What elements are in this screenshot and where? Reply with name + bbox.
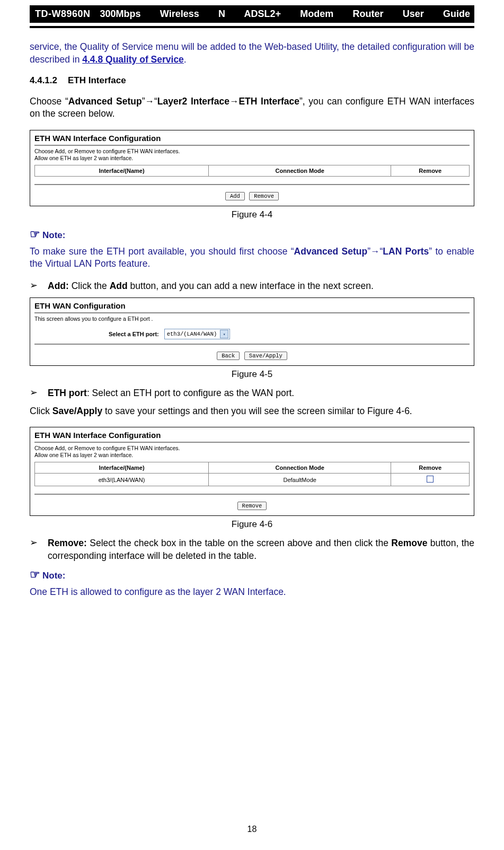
nav-advanced: Advanced Setup [68,96,142,107]
fig44-caption: Figure 4-4 [30,209,474,220]
fig46-table: Interface/(Name) Connection Mode Remove … [34,462,470,486]
bullet-remove-bold: Remove [391,538,427,548]
fig45-button-row: Back Save/Apply [34,350,470,360]
bullet-add: ➢ Add: Click the Add button, and you can… [30,280,474,293]
fig46-title: ETH WAN Interface Configuration [34,431,470,440]
intro-paragraph: service, the Quality of Service menu wil… [30,41,474,66]
save-apply-line: Click Save/Apply to save your settings a… [30,405,474,418]
fig44-rule-bottom [34,184,470,185]
bullet-eth-label: ETH port [48,388,87,398]
page: TD-W8960N 300Mbps Wireless N ADSL2+ Mode… [0,0,504,850]
fig45-help: This screen allows you to configure a ET… [34,316,470,322]
note1-pre: To make sure the ETH port available, you… [30,246,294,257]
note-2-body: One ETH is allowed to configure as the l… [30,586,474,599]
figure-4-6: ETH WAN Interface Configuration Choose A… [30,427,474,516]
fig46-col-mode: Connection Mode [209,462,391,474]
bullet-marker: ➢ [30,280,48,293]
back-button[interactable]: Back [217,352,240,360]
bullet-remove-label: Remove: [48,538,87,548]
save-bold: Save/Apply [52,406,102,416]
fig44-title: ETH WAN Interface Configuration [34,134,470,143]
header-rule [30,26,474,28]
bullet-eth-text: : Select an ETH port to configure as the… [87,388,294,398]
pointing-hand-icon: ☞ [30,568,40,581]
fig46-caption: Figure 4-6 [30,519,474,530]
eth-port-select[interactable]: eth3/(LAN4/WAN) ▾ [164,329,231,339]
note-2-text-label: Note: [42,571,65,581]
fig45-caption: Figure 4-5 [30,369,474,380]
bullet-add-t2: button, and you can add a new interface … [128,281,374,291]
section-title: ETH Interface [68,75,126,85]
bullet-remove: ➢ Remove: Select the check box in the ta… [30,537,474,562]
model-badge: TD-W8960N [30,5,96,23]
eth-port-value: eth3/(LAN4/WAN) [167,331,217,337]
fig46-rule-top [34,442,470,443]
doc-header: TD-W8960N 300Mbps Wireless N ADSL2+ Mode… [30,5,474,23]
doc-title: 300Mbps Wireless N ADSL2+ Modem Router U… [96,5,474,23]
fig44-rule-top [34,145,470,146]
fig44-help1: Choose Add, or Remove to configure ETH W… [34,148,470,155]
remove-button[interactable]: Remove [237,502,267,510]
fig44-col-mode: Connection Mode [209,165,391,176]
intro-after: . [184,54,187,65]
save-apply-button[interactable]: Save/Apply [244,352,287,360]
fig44-button-row: Add Remove [34,190,470,200]
nav-choose: Choose “ [30,96,68,107]
bullet-eth-body: ETH port: Select an ETH port to configur… [48,387,474,400]
section-heading: 4.4.1.2ETH Interface [30,75,474,86]
fig46-help2: Allow one ETH as layer 2 wan interface. [34,452,470,459]
bullet-ethport: ➢ ETH port: Select an ETH port to config… [30,387,474,400]
chevron-down-icon: ▾ [220,330,228,338]
bullet-add-bold: Add [110,281,128,291]
bullet-remove-t1: Select the check box in the table on the… [87,538,391,548]
bullet-marker: ➢ [30,537,48,562]
note-1-text-label: Note: [42,230,65,240]
note1-lan: LAN Ports [383,246,429,257]
figure-4-4: ETH WAN Interface Configuration Choose A… [30,130,474,206]
nav-paragraph: Choose “Advanced Setup”→“Layer2 Interfac… [30,95,474,120]
section-number: 4.4.1.2 [30,75,68,86]
fig46-help1: Choose Add, or Remove to configure ETH W… [34,445,470,452]
select-eth-port-label: Select a ETH port: [109,331,159,337]
qos-link[interactable]: 4.4.8 Quality of Service [82,54,184,65]
fig46-rule-bottom [34,494,470,495]
remove-checkbox[interactable] [427,476,434,483]
fig46-col-remove: Remove [391,462,470,474]
save-post: to save your settings and then you will … [102,406,412,416]
fig45-form-row: Select a ETH port: eth3/(LAN4/WAN) ▾ [109,329,470,339]
nav-layer2: Layer2 Interface→ETH Interface [157,96,299,107]
note1-arrow: ”→“ [367,246,383,257]
remove-button[interactable]: Remove [249,192,279,200]
bullet-marker: ➢ [30,387,48,400]
fig45-rule-top [34,312,470,313]
table-row: eth3/(LAN4/WAN) DefaultMode [35,474,470,486]
save-pre: Click [30,406,52,416]
bullet-add-label: Add: [48,281,69,291]
note1-adv: Advanced Setup [294,246,368,257]
fig45-rule-bottom [34,344,470,345]
note-2-label: ☞Note: [30,568,474,582]
fig44-col-remove: Remove [391,165,470,176]
nav-arrow1: ”→“ [142,96,157,107]
fig46-col-interface: Interface/(Name) [35,462,209,474]
figure-4-5: ETH WAN Configuration This screen allows… [30,297,474,366]
fig45-title: ETH WAN Configuration [34,301,470,310]
page-number: 18 [0,825,504,834]
bullet-add-body: Add: Click the Add button, and you can a… [48,280,474,293]
bullet-remove-body: Remove: Select the check box in the tabl… [48,537,474,562]
fig44-help2: Allow one ETH as layer 2 wan interface. [34,155,470,162]
row-remove-cell [391,474,470,486]
note-1-label: ☞Note: [30,227,474,241]
fig44-table: Interface/(Name) Connection Mode Remove [34,165,470,177]
fig46-button-row: Remove [34,500,470,510]
fig44-col-interface: Interface/(Name) [35,165,209,176]
row-interface: eth3/(LAN4/WAN) [35,474,209,486]
note-1-body: To make sure the ETH port available, you… [30,246,474,270]
add-button[interactable]: Add [225,192,245,200]
row-mode: DefaultMode [209,474,391,486]
content-area: service, the Quality of Service menu wil… [30,41,474,598]
bullet-add-t1: Click the [69,281,110,291]
pointing-hand-icon: ☞ [30,227,40,241]
